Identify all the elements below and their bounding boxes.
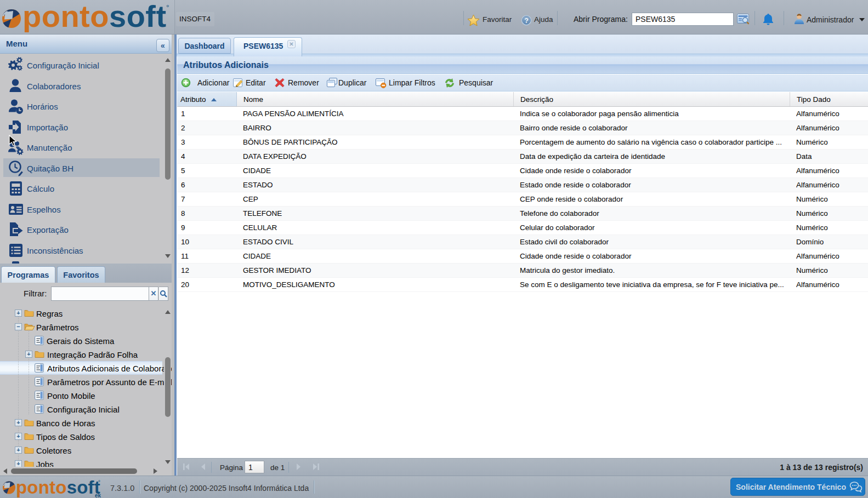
svg-text:ek: ek: [95, 493, 101, 498]
svg-text:°: °: [166, 3, 169, 12]
svg-text:pontosoft: pontosoft: [16, 477, 100, 497]
svg-text:°: °: [98, 479, 100, 485]
svg-text:?: ?: [524, 17, 529, 25]
svg-text:pontosoft: pontosoft: [22, 2, 167, 32]
